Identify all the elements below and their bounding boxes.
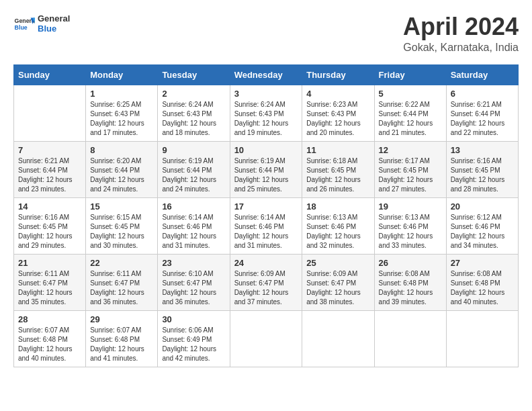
day-info: Sunrise: 6:25 AM Sunset: 6:43 PM Dayligh…	[90, 100, 153, 138]
header-monday: Monday	[86, 64, 158, 85]
calendar-cell: 26Sunrise: 6:08 AM Sunset: 6:48 PM Dayli…	[374, 254, 446, 310]
calendar-cell: 10Sunrise: 6:19 AM Sunset: 6:44 PM Dayli…	[230, 141, 302, 197]
day-info: Sunrise: 6:24 AM Sunset: 6:43 PM Dayligh…	[234, 100, 298, 138]
day-number: 27	[451, 258, 514, 268]
calendar-cell	[374, 310, 446, 367]
day-info: Sunrise: 6:13 AM Sunset: 6:46 PM Dayligh…	[306, 213, 369, 250]
day-info: Sunrise: 6:24 AM Sunset: 6:43 PM Dayligh…	[162, 100, 225, 138]
calendar-cell: 2Sunrise: 6:24 AM Sunset: 6:43 PM Daylig…	[158, 85, 230, 141]
day-info: Sunrise: 6:12 AM Sunset: 6:46 PM Dayligh…	[451, 213, 514, 250]
calendar-cell: 30Sunrise: 6:06 AM Sunset: 6:49 PM Dayli…	[158, 310, 230, 367]
day-number: 29	[90, 314, 153, 324]
day-info: Sunrise: 6:08 AM Sunset: 6:48 PM Dayligh…	[451, 269, 514, 307]
logo: General Blue General Blue	[13, 13, 70, 35]
day-info: Sunrise: 6:19 AM Sunset: 6:44 PM Dayligh…	[162, 156, 225, 194]
day-number: 26	[379, 258, 442, 268]
header-sunday: Sunday	[14, 64, 86, 85]
calendar-cell: 8Sunrise: 6:20 AM Sunset: 6:44 PM Daylig…	[86, 141, 158, 197]
day-number: 19	[379, 201, 442, 212]
calendar-cell: 24Sunrise: 6:09 AM Sunset: 6:47 PM Dayli…	[230, 254, 302, 310]
day-number: 7	[18, 145, 81, 155]
day-number: 4	[306, 89, 369, 99]
calendar-cell: 27Sunrise: 6:08 AM Sunset: 6:48 PM Dayli…	[446, 254, 518, 310]
day-info: Sunrise: 6:07 AM Sunset: 6:48 PM Dayligh…	[18, 326, 81, 363]
calendar-header-row: SundayMondayTuesdayWednesdayThursdayFrid…	[14, 64, 519, 85]
header-thursday: Thursday	[302, 64, 374, 85]
header-saturday: Saturday	[446, 64, 518, 85]
calendar-cell: 28Sunrise: 6:07 AM Sunset: 6:48 PM Dayli…	[14, 310, 86, 367]
day-number: 17	[234, 201, 298, 212]
day-number: 21	[18, 258, 81, 268]
day-number: 25	[306, 258, 369, 268]
day-number: 8	[90, 145, 153, 155]
svg-text:Blue: Blue	[15, 24, 28, 31]
day-number: 2	[162, 89, 225, 99]
header-wednesday: Wednesday	[230, 64, 302, 85]
calendar-cell: 19Sunrise: 6:13 AM Sunset: 6:46 PM Dayli…	[374, 197, 446, 254]
calendar-cell: 15Sunrise: 6:15 AM Sunset: 6:45 PM Dayli…	[86, 197, 158, 254]
calendar-table: SundayMondayTuesdayWednesdayThursdayFrid…	[13, 64, 519, 367]
logo-blue: Blue	[38, 24, 70, 34]
calendar-week-3: 14Sunrise: 6:16 AM Sunset: 6:45 PM Dayli…	[14, 197, 519, 254]
calendar-cell: 13Sunrise: 6:16 AM Sunset: 6:45 PM Dayli…	[446, 141, 518, 197]
day-info: Sunrise: 6:16 AM Sunset: 6:45 PM Dayligh…	[451, 156, 514, 194]
day-info: Sunrise: 6:21 AM Sunset: 6:44 PM Dayligh…	[18, 156, 81, 194]
calendar-cell: 21Sunrise: 6:11 AM Sunset: 6:47 PM Dayli…	[14, 254, 86, 310]
day-info: Sunrise: 6:14 AM Sunset: 6:46 PM Dayligh…	[234, 213, 298, 250]
day-info: Sunrise: 6:14 AM Sunset: 6:46 PM Dayligh…	[162, 213, 225, 250]
day-info: Sunrise: 6:18 AM Sunset: 6:45 PM Dayligh…	[306, 156, 369, 194]
day-info: Sunrise: 6:17 AM Sunset: 6:45 PM Dayligh…	[379, 156, 442, 194]
day-info: Sunrise: 6:16 AM Sunset: 6:45 PM Dayligh…	[18, 213, 81, 250]
day-number: 23	[162, 258, 225, 268]
day-info: Sunrise: 6:19 AM Sunset: 6:44 PM Dayligh…	[234, 156, 298, 194]
day-number: 30	[162, 314, 225, 324]
calendar-cell	[14, 85, 86, 141]
day-number: 1	[90, 89, 153, 99]
day-number: 24	[234, 258, 298, 268]
day-info: Sunrise: 6:08 AM Sunset: 6:48 PM Dayligh…	[379, 269, 442, 307]
day-number: 20	[451, 201, 514, 212]
day-info: Sunrise: 6:13 AM Sunset: 6:46 PM Dayligh…	[379, 213, 442, 250]
day-number: 3	[234, 89, 298, 99]
day-info: Sunrise: 6:20 AM Sunset: 6:44 PM Dayligh…	[90, 156, 153, 194]
calendar-cell: 4Sunrise: 6:23 AM Sunset: 6:43 PM Daylig…	[302, 85, 374, 141]
day-number: 15	[90, 201, 153, 212]
day-info: Sunrise: 6:15 AM Sunset: 6:45 PM Dayligh…	[90, 213, 153, 250]
calendar-cell: 20Sunrise: 6:12 AM Sunset: 6:46 PM Dayli…	[446, 197, 518, 254]
calendar-cell	[446, 310, 518, 367]
day-number: 11	[306, 145, 369, 155]
calendar-cell: 14Sunrise: 6:16 AM Sunset: 6:45 PM Dayli…	[14, 197, 86, 254]
calendar-cell: 5Sunrise: 6:22 AM Sunset: 6:44 PM Daylig…	[374, 85, 446, 141]
day-number: 18	[306, 201, 369, 212]
day-number: 22	[90, 258, 153, 268]
day-number: 28	[18, 314, 81, 324]
day-info: Sunrise: 6:11 AM Sunset: 6:47 PM Dayligh…	[90, 269, 153, 307]
calendar-cell: 29Sunrise: 6:07 AM Sunset: 6:48 PM Dayli…	[86, 310, 158, 367]
calendar-week-4: 21Sunrise: 6:11 AM Sunset: 6:47 PM Dayli…	[14, 254, 519, 310]
day-number: 6	[451, 89, 514, 99]
calendar-cell: 12Sunrise: 6:17 AM Sunset: 6:45 PM Dayli…	[374, 141, 446, 197]
calendar-cell: 3Sunrise: 6:24 AM Sunset: 6:43 PM Daylig…	[230, 85, 302, 141]
calendar-week-2: 7Sunrise: 6:21 AM Sunset: 6:44 PM Daylig…	[14, 141, 519, 197]
calendar-cell: 1Sunrise: 6:25 AM Sunset: 6:43 PM Daylig…	[86, 85, 158, 141]
calendar-cell: 25Sunrise: 6:09 AM Sunset: 6:47 PM Dayli…	[302, 254, 374, 310]
day-info: Sunrise: 6:10 AM Sunset: 6:47 PM Dayligh…	[162, 269, 225, 307]
day-info: Sunrise: 6:07 AM Sunset: 6:48 PM Dayligh…	[90, 326, 153, 363]
calendar-cell: 22Sunrise: 6:11 AM Sunset: 6:47 PM Dayli…	[86, 254, 158, 310]
header-tuesday: Tuesday	[158, 64, 230, 85]
calendar-week-5: 28Sunrise: 6:07 AM Sunset: 6:48 PM Dayli…	[14, 310, 519, 367]
day-number: 9	[162, 145, 225, 155]
day-info: Sunrise: 6:22 AM Sunset: 6:44 PM Dayligh…	[379, 100, 442, 138]
day-number: 5	[379, 89, 442, 99]
day-info: Sunrise: 6:21 AM Sunset: 6:44 PM Dayligh…	[451, 100, 514, 138]
calendar-cell: 23Sunrise: 6:10 AM Sunset: 6:47 PM Dayli…	[158, 254, 230, 310]
location: Gokak, Karnataka, India	[403, 42, 519, 54]
day-info: Sunrise: 6:09 AM Sunset: 6:47 PM Dayligh…	[306, 269, 369, 307]
logo-general: General	[38, 14, 70, 24]
calendar-cell: 17Sunrise: 6:14 AM Sunset: 6:46 PM Dayli…	[230, 197, 302, 254]
calendar-cell: 11Sunrise: 6:18 AM Sunset: 6:45 PM Dayli…	[302, 141, 374, 197]
day-number: 12	[379, 145, 442, 155]
calendar-cell: 16Sunrise: 6:14 AM Sunset: 6:46 PM Dayli…	[158, 197, 230, 254]
calendar-cell: 9Sunrise: 6:19 AM Sunset: 6:44 PM Daylig…	[158, 141, 230, 197]
day-info: Sunrise: 6:09 AM Sunset: 6:47 PM Dayligh…	[234, 269, 298, 307]
